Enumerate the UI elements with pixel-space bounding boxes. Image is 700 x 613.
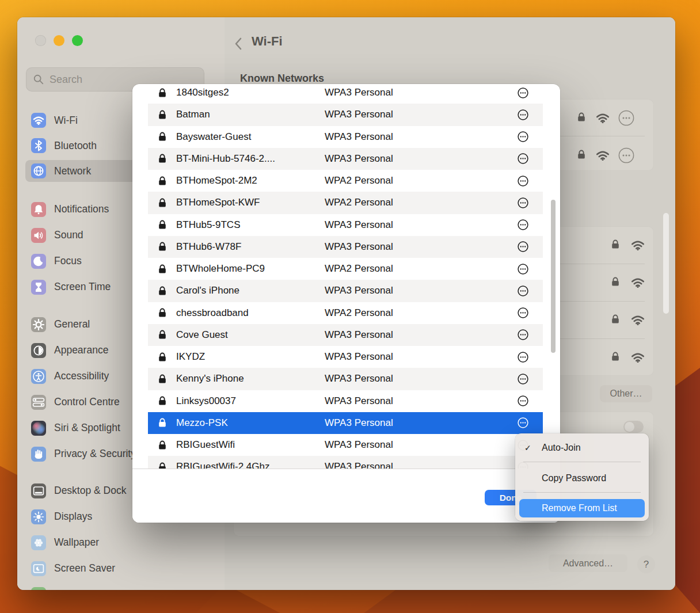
network-name: BTHub6-W78F [176, 241, 325, 253]
more-options-icon[interactable] [518, 395, 528, 406]
more-options-icon[interactable] [518, 285, 528, 296]
wifi-icon [596, 113, 610, 123]
close-button[interactable] [35, 35, 46, 46]
network-row[interactable]: BT-Mini-Hub-5746-2.... WPA3 Personal [148, 148, 543, 170]
network-row[interactable]: IKYDZ WPA3 Personal [148, 346, 543, 368]
minimize-button[interactable] [54, 35, 64, 46]
network-row[interactable]: Cove Guest WPA3 Personal [148, 324, 543, 346]
lock-icon [611, 277, 619, 287]
lock-icon [611, 314, 619, 324]
more-options-icon[interactable] [518, 307, 528, 318]
advanced-button[interactable]: Advanced… [549, 554, 627, 572]
lock-icon [158, 396, 166, 406]
more-options-icon[interactable] [518, 352, 528, 363]
more-options-icon[interactable] [518, 264, 528, 275]
lock-icon [158, 264, 166, 274]
network-name: BTHub5-9TCS [176, 219, 325, 231]
lock-icon [158, 462, 166, 469]
lock-icon [577, 112, 585, 122]
siri-icon [31, 421, 46, 436]
more-options-icon[interactable] [518, 87, 528, 98]
network-list: 1840sitges2 WPA3 Personal Batman WPA3 Pe… [132, 84, 560, 469]
more-options-icon[interactable] [518, 153, 528, 164]
network-row[interactable]: Carol's iPhone WPA3 Personal [148, 280, 543, 302]
network-row-selected[interactable]: Mezzo-PSK WPA3 Personal [148, 412, 543, 434]
ask-to-join-toggle[interactable] [623, 421, 644, 433]
network-security: WPA3 Personal [325, 241, 518, 253]
more-options-icon[interactable] [518, 176, 528, 186]
network-row[interactable]: 1840sitges2 WPA3 Personal [148, 84, 543, 104]
network-security: WPA3 Personal [325, 285, 518, 296]
known-networks-dialog: 1840sitges2 WPA3 Personal Batman WPA3 Pe… [132, 84, 560, 523]
lock-icon [158, 220, 166, 230]
network-row[interactable]: Bayswater-Guest WPA3 Personal [148, 126, 543, 148]
network-row[interactable]: Linksys00037 WPA3 Personal [148, 390, 543, 412]
network-name: Mezzo-PSK [176, 417, 325, 429]
gear-icon [31, 317, 46, 332]
lock-icon [577, 150, 585, 159]
sidebar-item-screen-saver[interactable]: Screen Saver [17, 555, 225, 581]
other-button[interactable]: Other… [600, 385, 652, 402]
lock-icon [158, 176, 166, 186]
network-row[interactable]: BTWholeHome-PC9 WPA2 Personal [148, 258, 543, 280]
lock-icon [158, 88, 166, 98]
network-name: Bayswater-Guest [176, 131, 325, 143]
network-security: WPA3 Personal [325, 153, 518, 165]
more-options-button[interactable] [618, 110, 634, 126]
search-placeholder: Search [50, 74, 82, 86]
network-row[interactable]: BTHub5-9TCS WPA3 Personal [148, 214, 543, 236]
more-options-icon[interactable] [518, 417, 528, 428]
checkmark-icon: ✓ [519, 443, 538, 452]
sidebar-item-wallpaper[interactable]: Wallpaper [17, 530, 225, 555]
more-options-icon[interactable] [518, 131, 528, 142]
traffic-lights [35, 35, 83, 46]
network-row[interactable]: BTHomeSpot-KWF WPA2 Personal [148, 192, 543, 214]
more-options-icon[interactable] [518, 329, 528, 340]
network-row[interactable]: Kenny's iPhone WPA3 Personal [148, 368, 543, 390]
dock-icon [31, 483, 46, 498]
window-scrollbar[interactable] [663, 213, 669, 314]
network-row[interactable]: chessbroadband WPA2 Personal [148, 302, 543, 324]
menu-item-auto-join[interactable]: ✓Auto-Join [519, 437, 645, 458]
network-name: Carol's iPhone [176, 285, 325, 296]
dialog-scrollbar[interactable] [551, 200, 556, 353]
network-security: WPA3 Personal [325, 395, 518, 407]
control-icon [31, 395, 46, 410]
more-options-icon[interactable] [518, 219, 528, 230]
more-options-icon[interactable] [518, 241, 528, 252]
accessibility-icon [31, 369, 46, 384]
help-button[interactable]: ? [637, 555, 655, 573]
network-row[interactable]: RBIGuestWifi WPA3 Personal [148, 434, 543, 456]
sidebar-item-battery[interactable]: Battery [17, 581, 225, 590]
more-options-button[interactable] [618, 147, 634, 163]
network-row[interactable]: BTHub6-W78F WPA3 Personal [148, 236, 543, 258]
network-context-menu: ✓Auto-JoinCopy PasswordRemove From List [515, 433, 649, 521]
menu-item-copy-password[interactable]: Copy Password [519, 468, 645, 489]
menu-item-remove-from-list[interactable]: Remove From List [519, 499, 645, 517]
wifi-icon [631, 240, 645, 250]
back-button[interactable] [232, 36, 246, 52]
network-name: RBIGuestWifi-2.4Ghz [176, 461, 325, 469]
network-row[interactable]: RBIGuestWifi-2.4Ghz WPA3 Personal [148, 456, 543, 469]
flower-icon [31, 535, 46, 550]
network-name: Cove Guest [176, 329, 325, 341]
screensaver-icon [31, 561, 46, 576]
lock-icon [158, 154, 166, 163]
network-security: WPA3 Personal [325, 109, 518, 120]
network-security: WPA3 Personal [325, 87, 518, 98]
lock-icon [158, 308, 166, 318]
more-options-icon[interactable] [518, 109, 528, 120]
lock-icon [158, 374, 166, 384]
network-row[interactable]: BTHomeSpot-2M2 WPA2 Personal [148, 170, 543, 192]
network-row[interactable]: Batman WPA3 Personal [148, 104, 543, 125]
page-title: Wi-Fi [252, 34, 283, 49]
zoom-button[interactable] [72, 35, 83, 46]
speaker-icon [31, 228, 46, 243]
menu-separator [523, 462, 641, 462]
more-options-icon[interactable] [518, 374, 528, 384]
more-options-icon[interactable] [518, 197, 528, 208]
network-security: WPA2 Personal [325, 197, 518, 208]
network-name: BTWholeHome-PC9 [176, 263, 325, 275]
network-name: RBIGuestWifi [176, 439, 325, 451]
sun-icon [31, 509, 46, 524]
